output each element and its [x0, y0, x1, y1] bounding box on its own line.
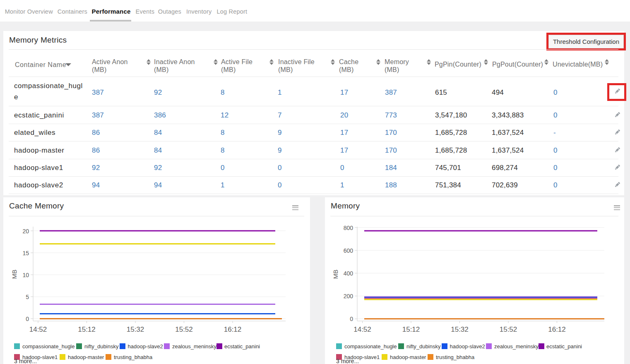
- svg-text:16:12: 16:12: [548, 326, 566, 333]
- svg-text:800: 800: [344, 225, 353, 231]
- svg-text:14:52: 14:52: [353, 326, 371, 333]
- svg-text:600: 600: [344, 247, 353, 254]
- svg-text:0: 0: [350, 316, 353, 322]
- svg-text:400: 400: [344, 270, 353, 277]
- svg-text:MB: MB: [332, 270, 339, 279]
- svg-text:15:32: 15:32: [451, 326, 469, 333]
- svg-text:15:12: 15:12: [402, 326, 420, 333]
- svg-text:15:52: 15:52: [500, 326, 517, 333]
- svg-text:200: 200: [344, 293, 353, 299]
